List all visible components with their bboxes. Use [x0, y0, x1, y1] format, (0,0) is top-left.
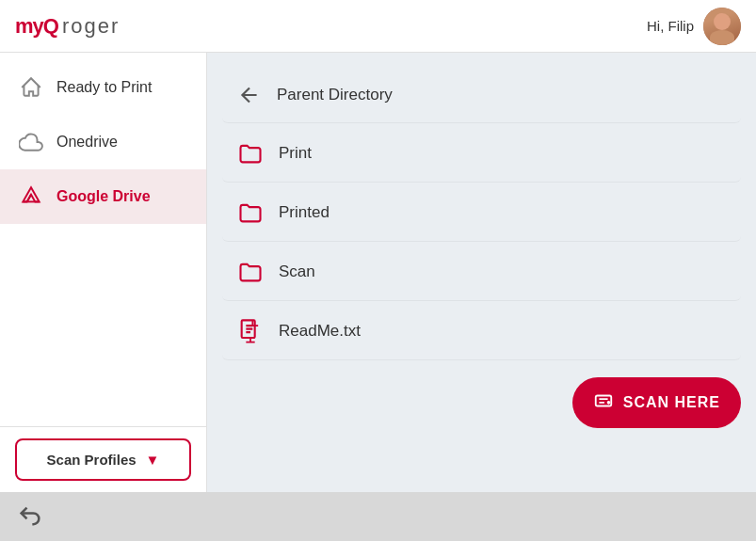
- list-item-readme-name: ReadMe.txt: [279, 322, 361, 341]
- file-list: Parent Directory Print Printed: [222, 68, 741, 360]
- svg-point-2: [607, 402, 609, 404]
- list-item-print-name: Print: [279, 144, 312, 163]
- sidebar-footer: Scan Profiles ▼: [0, 426, 206, 492]
- file-icon-readme: [237, 318, 264, 344]
- sidebar-item-onedrive[interactable]: Onedrive: [0, 115, 206, 169]
- sidebar-item-ready-to-print[interactable]: Ready to Print: [0, 60, 206, 115]
- folder-icon-scan: [237, 259, 264, 285]
- sidebar: Ready to Print Onedrive: [0, 53, 207, 492]
- cloud-icon: [19, 130, 43, 154]
- svg-rect-1: [596, 396, 612, 406]
- header: myQ roger Hi, Filip: [0, 0, 756, 53]
- logo-myq: myQ: [15, 14, 58, 39]
- list-item-scan[interactable]: Scan: [222, 244, 741, 301]
- dropdown-icon: ▼: [146, 452, 160, 468]
- list-item-printed[interactable]: Printed: [222, 184, 741, 242]
- logo: myQ roger: [15, 14, 120, 39]
- back-arrow-icon: [237, 83, 262, 107]
- scan-here-button[interactable]: SCAN HERE: [572, 377, 741, 428]
- scan-profiles-label: Scan Profiles: [47, 452, 137, 468]
- sidebar-items: Ready to Print Onedrive: [0, 53, 206, 426]
- sidebar-item-google-drive[interactable]: Google Drive: [0, 169, 206, 224]
- header-user: Hi, Filip: [647, 8, 741, 45]
- bottom-bar: [0, 492, 756, 541]
- list-item-printed-name: Printed: [279, 203, 330, 222]
- list-item-scan-name: Scan: [279, 263, 315, 281]
- scan-here-label: SCAN HERE: [623, 394, 720, 411]
- list-item-readme[interactable]: ReadMe.txt: [222, 303, 741, 360]
- main-area: Ready to Print Onedrive: [0, 53, 756, 492]
- list-item-print[interactable]: Print: [222, 125, 741, 183]
- google-drive-icon: [19, 184, 43, 209]
- back-button[interactable]: [15, 501, 45, 532]
- home-icon: [19, 75, 43, 100]
- sidebar-item-ready-to-print-label: Ready to Print: [56, 79, 152, 96]
- list-item-parent-dir[interactable]: Parent Directory: [222, 68, 741, 123]
- list-item-parent-dir-name: Parent Directory: [277, 86, 393, 104]
- greeting-text: Hi, Filip: [647, 18, 694, 34]
- folder-icon-print: [237, 140, 264, 167]
- folder-icon-printed: [237, 199, 264, 226]
- scan-profiles-button[interactable]: Scan Profiles ▼: [15, 438, 191, 481]
- avatar-image: [703, 8, 741, 45]
- avatar[interactable]: [703, 8, 741, 45]
- sidebar-item-google-drive-label: Google Drive: [56, 188, 151, 205]
- sidebar-item-onedrive-label: Onedrive: [56, 134, 118, 151]
- scan-icon: [593, 390, 614, 415]
- logo-roger: roger: [62, 14, 120, 39]
